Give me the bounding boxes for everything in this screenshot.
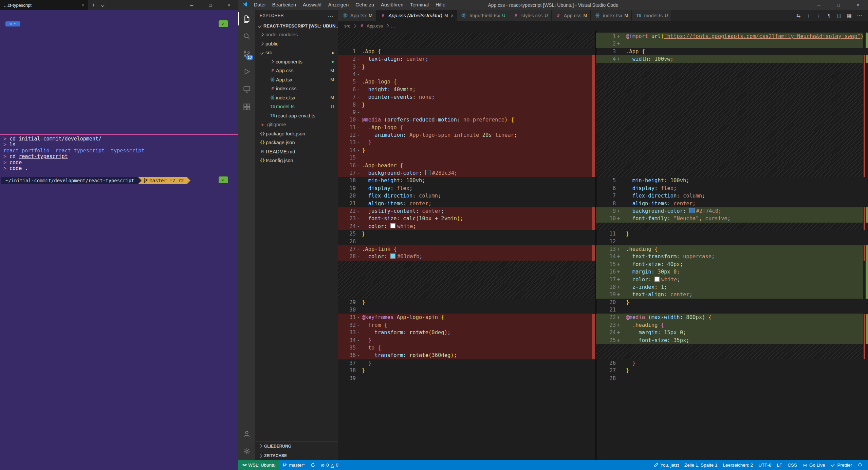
menu-bearbeiten[interactable]: Bearbeiten <box>269 0 299 10</box>
tab-app-tsx[interactable]: App.tsxM <box>338 10 376 21</box>
code-line[interactable]: 30 <box>338 306 595 314</box>
terminal-tab[interactable]: ...ct-typescript × <box>0 0 88 10</box>
tree-item-index-css[interactable]: #index.css <box>255 84 338 93</box>
tab-styles-css[interactable]: #styles.cssU <box>509 10 552 21</box>
diff-filler-row[interactable] <box>596 139 863 146</box>
terminal-tab-close-icon[interactable]: × <box>80 3 86 8</box>
status-notifications[interactable] <box>855 460 865 470</box>
tree-item-app-tsx[interactable]: App.tsxM <box>255 75 338 84</box>
code-line[interactable]: 6- height: 40vmin; <box>338 86 595 93</box>
diff-filler-row[interactable] <box>596 78 863 86</box>
code-line[interactable]: 14-} <box>338 147 595 154</box>
problems-indicator[interactable]: ⊗ 0 △ 0 <box>318 460 341 470</box>
activity-explorer-button[interactable] <box>238 10 255 27</box>
split-editor-icon[interactable]: ◫ <box>834 13 844 19</box>
diff-filler-row[interactable] <box>338 40 595 48</box>
breadcrumb-item[interactable]: #App.css <box>358 23 384 29</box>
code-line[interactable]: 11- .App-logo { <box>338 124 595 131</box>
code-line[interactable]: 28- color: #61dafb; <box>338 253 595 260</box>
status-cursor-position[interactable]: Zeile 1, Spalte 1 <box>682 460 720 470</box>
code-line[interactable]: 23+ .heading { <box>596 321 863 329</box>
code-line[interactable]: 13+.heading { <box>596 245 863 253</box>
diff-filler-row[interactable] <box>338 261 595 268</box>
code-line[interactable]: 3.App { <box>596 48 863 55</box>
activity-run-debug-button[interactable] <box>238 63 255 80</box>
code-line[interactable]: 14+ text-transform: uppercase; <box>596 253 863 260</box>
diff-filler-row[interactable] <box>596 63 863 71</box>
tab-app-css[interactable]: #App.cssM <box>552 10 591 21</box>
code-line[interactable]: 9+ background-color: #2f74c0; <box>596 207 863 215</box>
tree-item--gitignore[interactable]: ◆.gitignore <box>255 120 338 129</box>
menu-ausführen[interactable]: Ausführen <box>377 0 407 10</box>
code-line[interactable]: 3-} <box>338 63 595 71</box>
code-line[interactable]: 28 <box>596 375 863 382</box>
diff-filler-row[interactable] <box>596 71 863 78</box>
code-line[interactable]: 2+ <box>596 40 863 48</box>
code-line[interactable]: 7 flex-direction: column; <box>596 192 863 200</box>
maximize-button[interactable]: □ <box>829 0 848 10</box>
tab-imputfield-tsx[interactable]: ImputField.tsxU <box>457 10 509 21</box>
activity-search-button[interactable] <box>238 27 255 45</box>
code-line[interactable]: 24+ margin: 15px 0; <box>596 329 863 336</box>
code-line[interactable]: 39 <box>338 375 595 382</box>
code-line[interactable]: 25} <box>338 230 595 238</box>
tree-item-node-modules[interactable]: node_modules <box>255 30 338 39</box>
code-line[interactable]: 10-@media (prefers-reduced-motion: no-pr… <box>338 116 595 124</box>
code-line[interactable]: 2- text-align: center; <box>338 55 595 63</box>
status-prettier[interactable]: Prettier <box>828 460 855 470</box>
diff-filler-row[interactable] <box>338 268 595 276</box>
code-line[interactable]: 15+ font-size: 40px; <box>596 261 863 268</box>
code-line[interactable]: 26 } <box>596 359 863 367</box>
tree-item-index-tsx[interactable]: index.tsxM <box>255 93 338 102</box>
diff-filler-row[interactable] <box>596 154 863 162</box>
activity-extensions-button[interactable] <box>238 98 255 116</box>
code-line[interactable]: 8-} <box>338 101 595 109</box>
code-line[interactable]: 1.App { <box>338 48 595 55</box>
tree-item-components[interactable]: components● <box>255 57 338 67</box>
code-line[interactable]: 21 align-items: center; <box>338 200 595 207</box>
code-line[interactable]: 5 min-height: 100vh; <box>596 177 863 184</box>
diff-original-pane[interactable]: 1.App {2- text-align: center;3-}4-5-.App… <box>338 31 595 460</box>
code-line[interactable]: 22- justify-content: center; <box>338 207 595 215</box>
remote-indicator[interactable]: >< WSL: Ubuntu <box>238 460 279 470</box>
diff-filler-row[interactable] <box>596 169 863 177</box>
code-line[interactable]: 16-.App-header { <box>338 162 595 169</box>
code-line[interactable]: 24- color: white; <box>338 223 595 230</box>
diff-filler-row[interactable] <box>596 352 863 359</box>
status-blame[interactable]: You, jetzt <box>651 460 682 470</box>
activity-source-control-button[interactable]: 10 <box>238 45 255 63</box>
code-line[interactable]: 10+ font-family: "Neucha", cursive; <box>596 215 863 222</box>
menu-gehe-zu[interactable]: Gehe zu <box>352 0 377 10</box>
tree-item-readme-md[interactable]: MREADME.md <box>255 147 338 156</box>
diff-filler-row[interactable] <box>596 131 863 139</box>
diff-filler-row[interactable] <box>338 291 595 298</box>
diff-filler-row[interactable] <box>596 101 863 109</box>
diff-filler-row[interactable] <box>596 93 863 101</box>
account-button[interactable] <box>238 425 255 443</box>
diff-filler-row[interactable] <box>596 147 863 154</box>
breadcrumb[interactable]: src#App.css... <box>338 21 868 31</box>
code-line[interactable]: 25+ font-size: 35px; <box>596 337 863 344</box>
code-line[interactable]: 20} <box>596 299 863 306</box>
breadcrumb-item[interactable]: src <box>344 23 351 29</box>
diff-filler-row[interactable] <box>596 109 863 116</box>
code-line[interactable]: 12- animation: App-logo-spin infinite 20… <box>338 131 595 139</box>
close-button[interactable]: × <box>220 0 238 10</box>
code-line[interactable]: 17- background-color: #282c34; <box>338 169 595 177</box>
tree-item-app-css[interactable]: #App.cssM <box>255 66 338 75</box>
diff-filler-row[interactable] <box>338 276 595 283</box>
code-line[interactable]: 35- to { <box>338 344 595 352</box>
code-line[interactable]: 37 } <box>338 359 595 367</box>
overview-ruler[interactable] <box>863 31 868 460</box>
tab-app-css-arbeitsstruktur-[interactable]: #App.css (Arbeitsstruktur)M× <box>376 10 457 21</box>
status-go-live[interactable]: Go Live <box>800 460 828 470</box>
code-line[interactable]: 38} <box>338 367 595 374</box>
diff-filler-row[interactable] <box>596 344 863 352</box>
maximize-button[interactable]: □ <box>201 0 220 10</box>
code-line[interactable]: 18 min-height: 100vh; <box>338 177 595 184</box>
code-line[interactable]: 21 <box>596 306 863 314</box>
next-change-icon[interactable]: ↓ <box>814 13 824 18</box>
status-indentation[interactable]: Leerzeichen: 2 <box>720 460 756 470</box>
code-line[interactable]: 9- <box>338 109 595 116</box>
terminal-new-tab-button[interactable]: + <box>88 0 98 10</box>
